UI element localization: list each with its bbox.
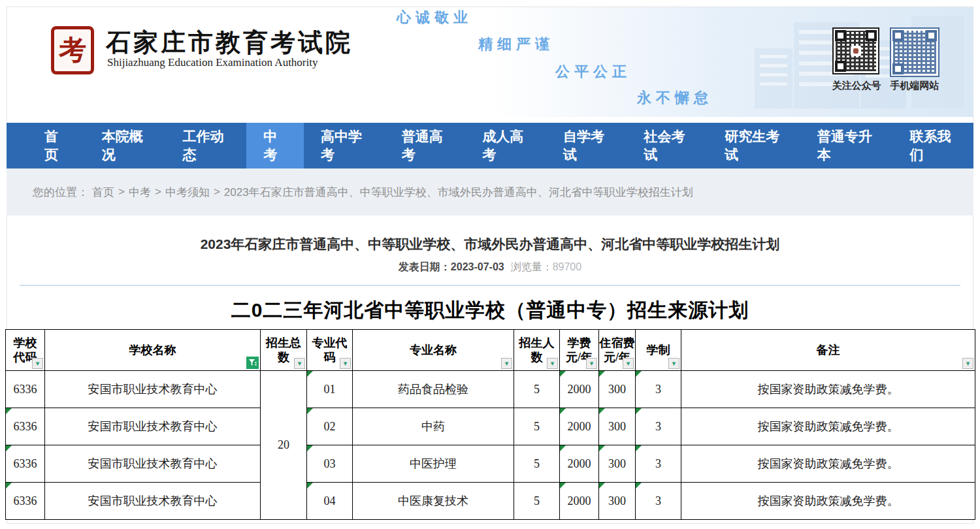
- cell-school-code: 6336: [6, 371, 45, 408]
- qr-finder: [892, 63, 904, 74]
- seal-character: 考: [59, 32, 86, 69]
- cell-major-name: 中医康复技术: [353, 483, 514, 520]
- cell-remarks: 按国家资助政策减免学费。: [681, 371, 975, 408]
- breadcrumb-separator: >: [214, 185, 220, 199]
- cell-major-code: 04: [307, 483, 353, 520]
- col-header-remarks: 备注▾: [681, 330, 975, 371]
- col-header-total: 招生总 数▾: [261, 330, 307, 371]
- cell-students: 5: [514, 445, 560, 483]
- filter-dropdown-icon[interactable]: ▾: [340, 358, 351, 369]
- enrollment-plan-table: 学校 代码▾ 学校名称 招生总 数▾ 专业代 码▾ 专业名称▾ 招生人 数▾ 学…: [5, 329, 975, 520]
- filter-dropdown-icon[interactable]: ▾: [547, 358, 558, 369]
- cell-tuition: 2000: [560, 371, 599, 408]
- filter-dropdown-icon[interactable]: ▾: [668, 358, 679, 369]
- slogan-text: 精细严谨: [478, 35, 554, 54]
- article-title: 2023年石家庄市普通高中、中等职业学校、市域外民办普通高中、河北省中等职业学校…: [0, 235, 980, 253]
- breadcrumb-link-zhongkao[interactable]: 中考: [129, 185, 151, 200]
- slogan-text: 公平公正: [555, 62, 631, 82]
- table-row: 6336 安国市职业技术教育中心 04 中医康复技术 5 2000 300 3 …: [6, 483, 975, 520]
- site-title: 石家庄市教育考试院: [106, 26, 353, 59]
- cell-students: 5: [514, 483, 560, 520]
- breadcrumb-prefix: 您的位置：: [33, 185, 88, 200]
- article-divider: [20, 285, 960, 286]
- cell-duration: 3: [636, 408, 681, 445]
- col-header-school-code: 学校 代码▾: [6, 330, 45, 371]
- col-header-tuition: 学费 元/年▾: [560, 330, 599, 371]
- cell-school-code: 6336: [6, 408, 45, 445]
- cell-accommodation: 300: [599, 408, 636, 445]
- cell-school-name: 安国市职业技术教育中心: [45, 483, 261, 520]
- cell-students: 5: [514, 371, 560, 408]
- nav-item-news[interactable]: 工作动态: [165, 123, 246, 168]
- slogan-text: 永不懈怠: [637, 88, 713, 108]
- cell-total-enrollment: 20: [261, 371, 307, 520]
- nav-item-contact[interactable]: 联系我们: [892, 123, 973, 168]
- col-header-students: 招生人 数▾: [514, 330, 560, 371]
- qr-finder: [866, 30, 877, 41]
- filter-dropdown-icon[interactable]: ▾: [32, 358, 43, 369]
- filter-dropdown-icon[interactable]: ▾: [623, 358, 634, 369]
- cell-accommodation: 300: [599, 445, 636, 483]
- cell-school-name: 安国市职业技术教育中心: [45, 408, 261, 445]
- breadcrumb-link-home[interactable]: 首页: [92, 185, 114, 200]
- cell-remarks: 按国家资助政策减免学费。: [681, 408, 975, 445]
- cell-school-name: 安国市职业技术教育中心: [45, 445, 261, 483]
- nav-item-adult-exam[interactable]: 成人高考: [465, 123, 546, 168]
- cell-major-name: 中医护理: [353, 445, 514, 483]
- publish-date-value: 2023-07-03: [451, 261, 504, 272]
- col-header-accommodation: 住宿费 元/年▾: [599, 330, 636, 371]
- qr-finder: [892, 30, 904, 41]
- article-meta: 发表日期：2023-07-03浏览量：89700: [0, 261, 980, 274]
- filter-active-icon[interactable]: [246, 357, 259, 369]
- page: 考 石家庄市教育考试院 Shijiazhuang Education Exami…: [0, 0, 980, 529]
- filter-dropdown-icon[interactable]: ▾: [294, 358, 305, 369]
- col-header-duration: 学制▾: [636, 330, 681, 371]
- views-value: 89700: [553, 261, 582, 272]
- cell-major-code: 03: [307, 445, 353, 483]
- cell-tuition: 2000: [560, 483, 599, 520]
- cell-school-code: 6336: [6, 445, 45, 483]
- table-row: 6336 安国市职业技术教育中心 03 中医护理 5 2000 300 3 按国…: [6, 445, 975, 483]
- cell-remarks: 按国家资助政策减免学费。: [681, 483, 975, 520]
- cell-major-code: 02: [307, 408, 353, 445]
- qr-finder: [926, 30, 937, 41]
- filter-dropdown-icon[interactable]: ▾: [962, 358, 973, 369]
- agency-seal-logo: 考: [51, 26, 94, 74]
- cell-accommodation: 300: [599, 371, 636, 408]
- main-nav: 首页 本院概况 工作动态 中考 高中学考 普通高考 成人高考 自学考试 社会考试…: [7, 123, 973, 168]
- wechat-qr-code: [832, 27, 879, 74]
- cell-duration: 3: [636, 371, 681, 408]
- cell-major-name: 中药: [353, 408, 514, 445]
- nav-item-self-study[interactable]: 自学考试: [546, 123, 627, 168]
- cell-major-name: 药品食品检验: [353, 371, 514, 408]
- cell-duration: 3: [636, 445, 681, 483]
- filter-dropdown-icon[interactable]: ▾: [586, 358, 597, 369]
- nav-item-social-exam[interactable]: 社会考试: [627, 123, 708, 168]
- nav-item-about[interactable]: 本院概况: [85, 123, 166, 168]
- cell-students: 5: [514, 408, 560, 445]
- mobile-site-qr-code: [890, 27, 939, 77]
- cell-accommodation: 300: [599, 483, 636, 520]
- slogan-text: 心诚敬业: [397, 8, 472, 27]
- nav-item-highschool-exam[interactable]: 高中学考: [304, 123, 385, 168]
- filter-dropdown-icon[interactable]: ▾: [501, 358, 512, 369]
- qr-finder: [835, 30, 846, 41]
- site-subtitle: Shijiazhuang Education Examination Autho…: [107, 56, 318, 69]
- cell-tuition: 2000: [560, 408, 599, 445]
- nav-item-home[interactable]: 首页: [27, 123, 85, 168]
- breadcrumb-separator: >: [118, 185, 125, 199]
- cell-tuition: 2000: [560, 445, 599, 483]
- nav-item-zhongkao[interactable]: 中考: [246, 123, 304, 168]
- nav-item-gaokao[interactable]: 普通高考: [385, 123, 466, 168]
- cell-duration: 3: [636, 483, 681, 520]
- col-header-school-name: 学校名称: [45, 330, 261, 371]
- nav-item-zhuanshengben[interactable]: 普通专升本: [800, 123, 893, 168]
- cell-school-name: 安国市职业技术教育中心: [45, 371, 261, 408]
- breadcrumb-link-notice[interactable]: 中考须知: [165, 185, 210, 200]
- plan-table-title: 二0二三年河北省中等职业学校（普通中专）招生来源计划: [0, 297, 980, 324]
- nav-item-graduate-exam[interactable]: 研究生考试: [708, 123, 800, 168]
- views-label: 浏览量：: [511, 261, 553, 272]
- mobile-qr-label: 手机端网站: [889, 80, 941, 92]
- breadcrumb-current: 2023年石家庄市普通高中、中等职业学校、市域外民办普通高中、河北省中等职业学校…: [224, 185, 693, 200]
- table-header-row: 学校 代码▾ 学校名称 招生总 数▾ 专业代 码▾ 专业名称▾ 招生人 数▾ 学…: [6, 330, 975, 371]
